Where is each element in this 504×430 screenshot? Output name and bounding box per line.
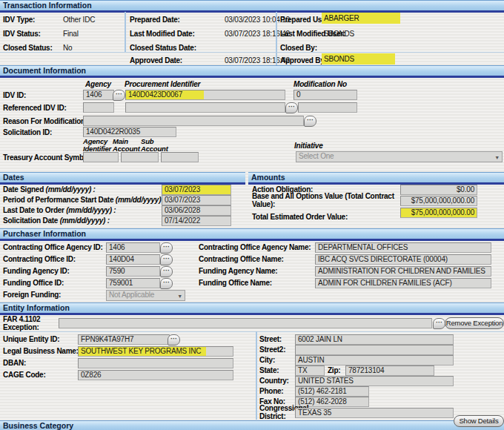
funding-office-id-field[interactable]: 759001	[106, 278, 160, 288]
modification-no-column-header: Modification No	[294, 80, 347, 88]
zip-label: Zip:	[328, 366, 340, 374]
tas-sub-account-header: Sub Account	[141, 138, 169, 152]
contracting-office-name-field[interactable]: IBC ACQ SVCS DIRECTORATE (00004)	[315, 254, 491, 265]
date-signed-field[interactable]: 03/07/2023	[162, 185, 231, 195]
funding-agency-name-label: Funding Agency Name:	[199, 267, 277, 275]
funding-office-name-label: Funding Office Name:	[199, 279, 272, 287]
unique-entity-id-label: Unique Entity ID:	[3, 335, 59, 343]
idv-status-value: Final	[63, 30, 79, 38]
funding-agency-id-ellipsis-button[interactable]: ···	[160, 266, 173, 277]
base-all-options-value-field[interactable]: $75,000,000,000.00	[400, 196, 477, 206]
referenced-idv-id-label: Referenced IDV ID:	[3, 104, 67, 112]
funding-office-id-label: Funding Office ID:	[3, 279, 64, 287]
cage-code-label: CAGE Code:	[3, 371, 46, 379]
funding-agency-id-field[interactable]: 7590	[106, 266, 160, 277]
contracting-office-agency-name-label: Contracting Office Agency Name:	[199, 243, 311, 251]
divider	[276, 12, 277, 65]
referenced-idv-modification-field[interactable]	[298, 102, 357, 113]
idv-id-label: IDV ID:	[3, 91, 26, 99]
congressional-district-field[interactable]: TEXAS 35	[295, 408, 454, 418]
total-estimated-order-value-field[interactable]: $75,000,000,000.00	[400, 208, 477, 218]
last-modified-user-value: SBONDS	[324, 30, 354, 38]
section-title: Document Information	[0, 66, 504, 75]
referenced-idv-lookup-ellipsis-button[interactable]: ···	[285, 102, 298, 113]
phone-field[interactable]: (512) 462-2181	[295, 386, 369, 397]
procurement-identifier-column-header: Procurement Identifier	[125, 80, 200, 88]
country-label: Country:	[259, 377, 289, 385]
country-field[interactable]: UNITED STATES	[295, 376, 454, 386]
solicitation-date-field[interactable]: 07/14/2022	[162, 216, 231, 226]
funding-office-id-ellipsis-button[interactable]: ···	[160, 278, 173, 289]
contracting-office-id-field[interactable]: 140D04	[106, 254, 160, 265]
divider	[0, 52, 504, 53]
show-details-button[interactable]: Show Details	[454, 415, 504, 427]
solicitation-id-label: Solicitation ID:	[3, 128, 52, 136]
performance-start-date-field[interactable]: 03/07/2023	[162, 195, 231, 205]
idv-id-agency-field[interactable]: 1406	[83, 90, 114, 100]
section-title: Entity Information	[0, 303, 504, 312]
cage-code-field[interactable]: 0Z826	[78, 370, 233, 380]
section-title: Business Category	[0, 421, 504, 430]
total-estimated-order-value-label: Total Estimated Order Value:	[252, 213, 348, 221]
reason-for-modification-ellipsis-button[interactable]: ···	[304, 116, 316, 127]
prepared-date-label: Prepared Date:	[130, 16, 180, 24]
solicitation-id-field[interactable]: 140D0422R0035	[83, 127, 176, 137]
unique-entity-id-field[interactable]: FPN9K4TA97H7	[78, 334, 170, 345]
contracting-office-agency-id-field[interactable]: 1406	[106, 242, 160, 253]
tas-agency-identifier-header: Agency Identifier	[83, 138, 113, 152]
approved-date-label: Approved Date:	[130, 56, 182, 64]
city-field[interactable]: AUSTIN	[295, 355, 454, 366]
funding-agency-id-label: Funding Agency ID:	[3, 267, 70, 275]
idv-id-modification-field[interactable]: 0	[294, 90, 357, 100]
date-signed-label: Date Signed (mm/dd/yyyy) :	[3, 185, 96, 194]
last-date-to-order-label: Last Date to Order (mm/dd/yyyy) :	[3, 206, 116, 214]
initiative-select[interactable]: Select One ▼	[296, 151, 503, 162]
section-title: Purchaser Information	[0, 229, 504, 238]
last-date-to-order-field[interactable]: 03/06/2028	[162, 205, 231, 216]
foreign-funding-label: Foreign Funding:	[3, 291, 61, 299]
contracting-office-id-ellipsis-button[interactable]: ···	[160, 254, 173, 265]
contracting-office-agency-name-field[interactable]: DEPARTMENTAL OFFICES	[315, 242, 491, 253]
closed-status-value: No	[63, 44, 72, 52]
unique-entity-id-ellipsis-button[interactable]: ···	[168, 334, 180, 345]
funding-agency-name-field[interactable]: ADMINISTRATION FOR CHILDREN AND FAMILIES	[315, 266, 491, 277]
approved-by-label: Approved By:	[280, 56, 327, 64]
section-header-dates: Dates	[0, 172, 245, 185]
referenced-idv-piid-field[interactable]	[125, 102, 285, 113]
idv-id-lookup-ellipsis-button[interactable]: ···	[113, 90, 125, 101]
remove-exception-button[interactable]: Remove Exception	[445, 317, 504, 329]
agency-column-header: Agency	[85, 80, 111, 88]
section-header-document-information: Document Information	[0, 65, 504, 78]
divider	[125, 12, 126, 52]
action-obligation-field[interactable]: $0.00	[400, 185, 477, 195]
foreign-funding-select[interactable]: Not Applicable ▼	[106, 290, 185, 301]
reason-for-modification-field[interactable]	[83, 116, 304, 126]
idv-id-piid-field[interactable]: 140D0423D0067	[125, 90, 285, 100]
street-label: Street:	[259, 335, 282, 343]
far-exception-field[interactable]	[59, 318, 432, 328]
funding-office-name-field[interactable]: ADMIN FOR CHILDREN FAMILIES (ACF)	[315, 278, 491, 288]
tas-main-account-field[interactable]	[121, 152, 159, 162]
section-header-amounts: Amounts	[248, 172, 504, 185]
street-field[interactable]: 6002 JAIN LN	[295, 334, 454, 345]
tas-sub-account-field[interactable]	[161, 152, 199, 162]
section-header-entity-information: Entity Information	[0, 302, 504, 315]
legal-business-name-label: Legal Business Name:	[3, 347, 79, 355]
section-title: Transaction Information	[0, 1, 504, 10]
state-field[interactable]: TX	[295, 366, 325, 376]
tas-agency-field[interactable]	[83, 152, 119, 162]
chevron-down-icon: ▼	[494, 153, 500, 162]
fpds-idv-form: Transaction Information IDV Type: Other …	[0, 0, 504, 430]
city-label: City:	[259, 356, 275, 364]
idv-status-label: IDV Status:	[3, 30, 41, 38]
referenced-idv-agency-field[interactable]	[83, 102, 114, 113]
treasury-account-symbol-label: Treasury Account Symbol:	[3, 153, 92, 162]
section-header-business-category: Business Category	[0, 420, 504, 430]
street2-field[interactable]	[295, 345, 454, 355]
far-exception-ellipsis-button[interactable]: ···	[433, 318, 445, 329]
contracting-office-agency-id-ellipsis-button[interactable]: ···	[160, 242, 173, 254]
dban-field[interactable]	[78, 358, 233, 368]
zip-field[interactable]: 787213104	[345, 366, 434, 376]
approved-by-value: SBONDS	[322, 53, 395, 64]
legal-business-name-field[interactable]: SOUTHWEST KEY PROGRAMS INC	[78, 346, 233, 357]
